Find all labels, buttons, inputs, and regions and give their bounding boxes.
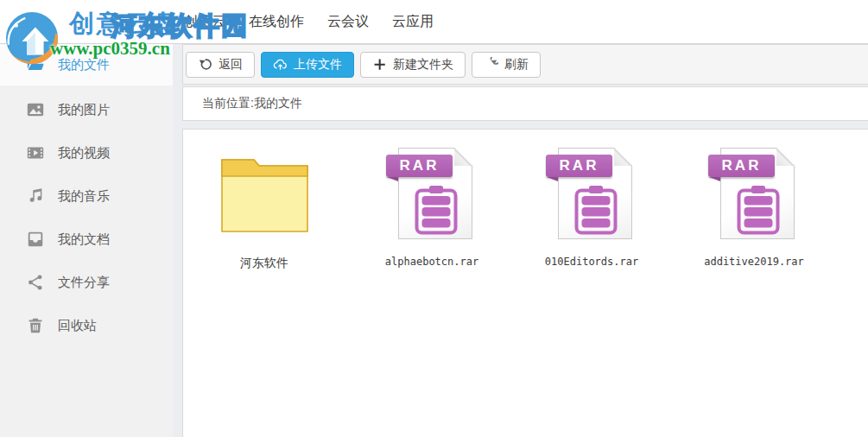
new-folder-button-label: 新建文件夹 — [393, 57, 453, 73]
page-fold-corner — [776, 148, 795, 166]
sidebar-item-label: 我的文档 — [58, 231, 110, 248]
return-arrow-icon — [198, 57, 212, 72]
breadcrumb: 当前位置:我的文件 — [202, 96, 302, 111]
rar-badge-label: RAR — [400, 157, 440, 174]
archive-battery-icon — [574, 185, 618, 235]
page-fold-corner — [454, 148, 472, 166]
refresh-button[interactable]: 刷新 — [472, 52, 541, 78]
file-name: alphaebotcn.rar — [367, 256, 497, 268]
sidebar-item-file-share[interactable]: 文件分享 — [0, 261, 173, 304]
refresh-button-label: 刷新 — [504, 57, 529, 73]
nav-item-online-create[interactable]: 在线创作 — [249, 13, 304, 31]
sidebar-item-label: 我的图片 — [58, 102, 110, 118]
file-toolbar: 返回 上传文件 新建文件夹 刷新 — [182, 44, 868, 85]
back-button-label: 返回 — [219, 57, 243, 73]
upload-file-button[interactable]: 上传文件 — [261, 52, 354, 78]
rar-badge-label: RAR — [560, 157, 599, 174]
upload-file-button-label: 上传文件 — [294, 57, 342, 73]
rar-badge-label: RAR — [722, 157, 762, 174]
image-icon — [26, 100, 45, 119]
cloud-upload-icon — [273, 57, 288, 72]
sidebar-item-recycle-bin[interactable]: 回收站 — [0, 304, 173, 347]
music-icon — [26, 187, 45, 206]
trash-icon — [26, 316, 45, 335]
archive-battery-icon — [737, 185, 780, 235]
breadcrumb-bar: 当前位置:我的文件 — [182, 86, 868, 121]
sidebar-item-label: 我的音乐 — [58, 188, 110, 205]
sidebar-item-label: 文件分享 — [58, 275, 110, 291]
file-name: additive2019.rar — [689, 256, 819, 268]
sidebar-item-my-pictures[interactable]: 我的图片 — [0, 88, 173, 131]
rar-badge: RAR — [386, 155, 453, 177]
rar-badge: RAR — [546, 155, 612, 177]
sidebar-item-my-videos[interactable]: 我的视频 — [0, 131, 173, 174]
video-icon — [26, 143, 45, 162]
archive-battery-icon — [415, 185, 458, 235]
site-watermark-url: www.pc0359.cn — [50, 38, 170, 60]
plus-icon — [372, 57, 387, 72]
sidebar-item-my-documents[interactable]: 我的文档 — [0, 218, 173, 261]
nav-item-meeting[interactable]: 云会议 — [327, 13, 369, 31]
nav-item-apps[interactable]: 云应用 — [392, 13, 434, 31]
file-grid-panel: 河东软件 RAR alphaebotcn.rar — [182, 129, 868, 437]
file-name: 河东软件 — [200, 256, 329, 271]
new-folder-button[interactable]: 新建文件夹 — [360, 52, 466, 78]
folder-icon — [221, 159, 308, 232]
back-button[interactable]: 返回 — [186, 52, 255, 78]
sidebar-item-my-music[interactable]: 我的音乐 — [0, 174, 173, 218]
file-name: 010Editords.rar — [527, 256, 656, 268]
refresh-icon — [484, 57, 498, 72]
sidebar-item-label: 回收站 — [58, 318, 97, 334]
sidebar: 我的文件 我的图片 我的视频 我的音乐 我的文档 — [0, 44, 173, 437]
sidebar-item-label: 我的视频 — [58, 145, 110, 162]
page-fold-corner — [614, 148, 632, 166]
rar-badge: RAR — [708, 155, 775, 177]
share-icon — [26, 273, 45, 292]
documents-icon — [26, 230, 45, 249]
